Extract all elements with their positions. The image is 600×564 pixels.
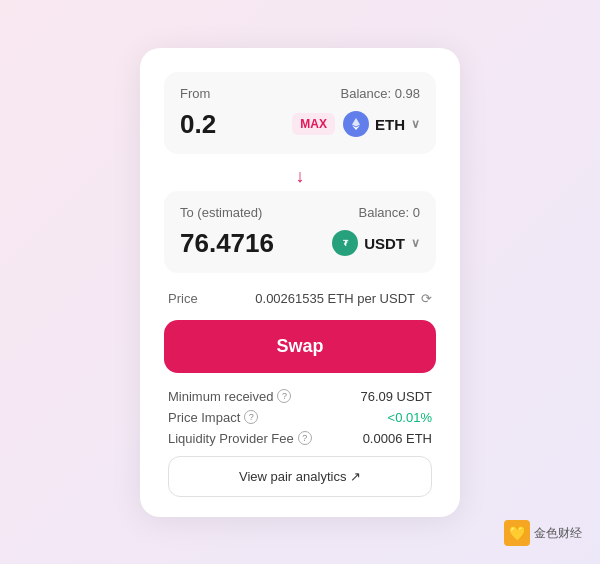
refresh-icon[interactable]: ⟳ [421, 291, 432, 306]
liquidity-fee-help-icon[interactable]: ? [298, 431, 312, 445]
max-button[interactable]: MAX [292, 113, 335, 135]
liquidity-fee-value: 0.0006 ETH [363, 431, 432, 446]
watermark: 💛 金色财经 [504, 520, 582, 546]
analytics-button[interactable]: View pair analytics ↗ [168, 456, 432, 497]
min-received-row: Minimum received ? 76.09 USDT [168, 389, 432, 404]
trade-details: Minimum received ? 76.09 USDT Price Impa… [164, 389, 436, 497]
price-impact-value: <0.01% [388, 410, 432, 425]
from-balance: Balance: 0.98 [340, 86, 420, 101]
to-section: To (estimated) Balance: 0 76.4716 ₮ USDT… [164, 191, 436, 273]
from-token-label: ETH [375, 116, 405, 133]
to-label: To (estimated) [180, 205, 262, 220]
from-amount: 0.2 [180, 109, 216, 140]
from-token-controls: MAX ETH ∨ [292, 111, 420, 137]
chevron-down-icon: ∨ [411, 117, 420, 131]
swap-button[interactable]: Swap [164, 320, 436, 373]
price-value-container: 0.00261535 ETH per USDT ⟳ [255, 291, 432, 306]
price-impact-help-icon[interactable]: ? [244, 410, 258, 424]
to-token-label: USDT [364, 235, 405, 252]
min-received-label: Minimum received ? [168, 389, 291, 404]
swap-direction-icon[interactable]: ↓ [296, 166, 305, 187]
to-balance: Balance: 0 [359, 205, 420, 220]
from-section: From Balance: 0.98 0.2 MAX ETH ∨ [164, 72, 436, 154]
from-token-selector[interactable]: ETH ∨ [343, 111, 420, 137]
to-token-selector[interactable]: ₮ USDT ∨ [332, 230, 420, 256]
price-value: 0.00261535 ETH per USDT [255, 291, 415, 306]
to-header: To (estimated) Balance: 0 [180, 205, 420, 220]
eth-icon [343, 111, 369, 137]
from-label: From [180, 86, 210, 101]
min-received-value: 76.09 USDT [360, 389, 432, 404]
watermark-text: 金色财经 [534, 525, 582, 542]
usdt-icon: ₮ [332, 230, 358, 256]
to-amount: 76.4716 [180, 228, 274, 259]
swap-arrow-container: ↓ [164, 162, 436, 191]
watermark-icon: 💛 [504, 520, 530, 546]
price-row: Price 0.00261535 ETH per USDT ⟳ [164, 281, 436, 316]
min-received-help-icon[interactable]: ? [277, 389, 291, 403]
liquidity-fee-label: Liquidity Provider Fee ? [168, 431, 312, 446]
to-token-controls: ₮ USDT ∨ [332, 230, 420, 256]
to-row: 76.4716 ₮ USDT ∨ [180, 228, 420, 259]
price-label: Price [168, 291, 198, 306]
to-chevron-icon: ∨ [411, 236, 420, 250]
swap-card: From Balance: 0.98 0.2 MAX ETH ∨ [140, 48, 460, 517]
price-impact-label: Price Impact ? [168, 410, 258, 425]
price-impact-row: Price Impact ? <0.01% [168, 410, 432, 425]
from-header: From Balance: 0.98 [180, 86, 420, 101]
from-row: 0.2 MAX ETH ∨ [180, 109, 420, 140]
liquidity-fee-row: Liquidity Provider Fee ? 0.0006 ETH [168, 431, 432, 446]
